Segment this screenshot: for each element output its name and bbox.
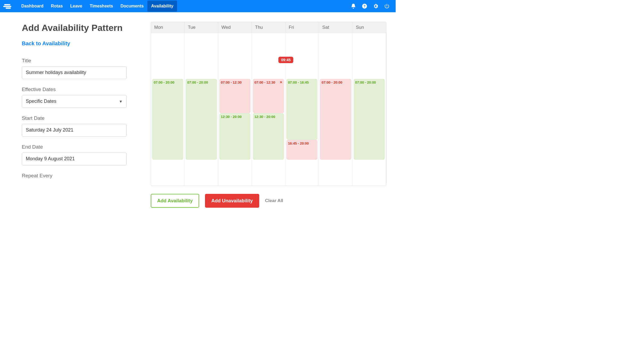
calendar-day-header: Tue: [185, 22, 218, 33]
calendar-day-header: Fri: [286, 22, 319, 33]
title-input[interactable]: [22, 66, 127, 79]
nav-link-timesheets[interactable]: Timesheets: [86, 1, 117, 12]
clear-all-button[interactable]: Clear All: [265, 198, 283, 203]
svg-rect-2: [6, 7, 11, 9]
logo-icon[interactable]: [3, 3, 13, 9]
close-icon[interactable]: ✕: [280, 80, 282, 84]
start-date-group: Start Date: [22, 115, 128, 137]
nav-link-availability[interactable]: Availability: [147, 1, 177, 12]
availability-block[interactable]: 07:00 - 20:00: [354, 79, 385, 160]
calendar-day-header: Wed: [218, 22, 252, 33]
calendar-column[interactable]: 07:00 - 12:3012:30 - 20:00: [218, 33, 252, 186]
title-label: Title: [22, 58, 128, 64]
repeat-every-group: Repeat Every: [22, 173, 128, 179]
calendar-body[interactable]: 07:00 - 20:0007:00 - 20:0007:00 - 12:301…: [151, 33, 386, 186]
nav-link-documents[interactable]: Documents: [117, 1, 147, 12]
svg-rect-0: [4, 4, 10, 5]
svg-text:?: ?: [363, 4, 366, 8]
form-column: Add Availability Pattern Back to Availab…: [22, 22, 128, 208]
calendar-day-header: Mon: [151, 22, 185, 33]
add-availability-button[interactable]: Add Availability: [151, 194, 199, 208]
availability-block[interactable]: 12:30 - 20:00: [253, 113, 284, 160]
calendar-column[interactable]: 07:00 - 12:30✕12:30 - 20:00: [252, 33, 285, 186]
calendar-header: MonTueWedThuFriSatSun: [151, 22, 386, 33]
availability-block[interactable]: 12:30 - 20:00: [219, 113, 250, 160]
help-icon[interactable]: ?: [362, 3, 367, 9]
unavailability-block[interactable]: 07:00 - 12:30✕: [253, 79, 284, 113]
availability-block[interactable]: 07:00 - 20:00: [152, 79, 183, 160]
start-date-input[interactable]: [22, 124, 127, 137]
end-date-input[interactable]: [22, 153, 127, 165]
add-unavailability-button[interactable]: Add Unavailability: [205, 194, 259, 208]
calendar-actions: Add Availability Add Unavailability Clea…: [151, 194, 386, 208]
effective-dates-select[interactable]: Specific Dates ▼: [22, 95, 127, 108]
calendar-column[interactable]: 07:00 - 20:00: [353, 33, 386, 186]
availability-block[interactable]: 07:00 - 20:00: [186, 79, 217, 160]
effective-dates-group: Effective Dates Specific Dates ▼: [22, 87, 128, 108]
nav-link-dashboard[interactable]: Dashboard: [18, 1, 47, 12]
title-group: Title: [22, 58, 128, 79]
end-date-label: End Date: [22, 144, 128, 150]
unavailability-block[interactable]: 07:00 - 12:30: [219, 79, 250, 113]
calendar-day-header: Sat: [319, 22, 353, 33]
chevron-down-icon: ▼: [119, 99, 123, 104]
calendar-column[interactable]: 07:00 - 16:4516:45 - 20:00: [285, 33, 319, 186]
unavailability-block[interactable]: 16:45 - 20:00: [286, 140, 317, 159]
calendar-column: MonTueWedThuFriSatSun 07:00 - 20:0007:00…: [151, 22, 386, 208]
end-date-group: End Date: [22, 144, 128, 165]
nav-right-icons: ?: [350, 3, 392, 9]
calendar-column[interactable]: 07:00 - 20:00: [151, 33, 185, 186]
nav-links: DashboardRotasLeaveTimesheetsDocumentsAv…: [18, 1, 177, 12]
availability-block[interactable]: 07:00 - 16:45: [286, 79, 317, 140]
bell-icon[interactable]: [350, 3, 356, 9]
calendar-day-header: Sun: [353, 22, 386, 33]
top-nav: DashboardRotasLeaveTimesheetsDocumentsAv…: [0, 0, 396, 12]
start-date-label: Start Date: [22, 115, 128, 121]
nav-link-rotas[interactable]: Rotas: [47, 1, 66, 12]
power-icon[interactable]: [384, 3, 390, 9]
svg-rect-1: [3, 6, 11, 7]
nav-link-leave[interactable]: Leave: [66, 1, 86, 12]
page-title: Add Availability Pattern: [22, 22, 128, 34]
unavailability-block[interactable]: 07:00 - 20:00: [320, 79, 351, 160]
calendar-grid: MonTueWedThuFriSatSun 07:00 - 20:0007:00…: [151, 22, 386, 186]
calendar-day-header: Thu: [252, 22, 285, 33]
back-link[interactable]: Back to Availability: [22, 40, 70, 47]
calendar-column[interactable]: 07:00 - 20:00: [319, 33, 352, 186]
gear-icon[interactable]: [373, 3, 379, 9]
effective-dates-label: Effective Dates: [22, 87, 128, 92]
calendar-column[interactable]: 07:00 - 20:00: [185, 33, 218, 186]
repeat-every-label: Repeat Every: [22, 173, 128, 179]
effective-dates-value: Specific Dates: [26, 99, 56, 104]
main-content: Add Availability Pattern Back to Availab…: [0, 12, 396, 208]
